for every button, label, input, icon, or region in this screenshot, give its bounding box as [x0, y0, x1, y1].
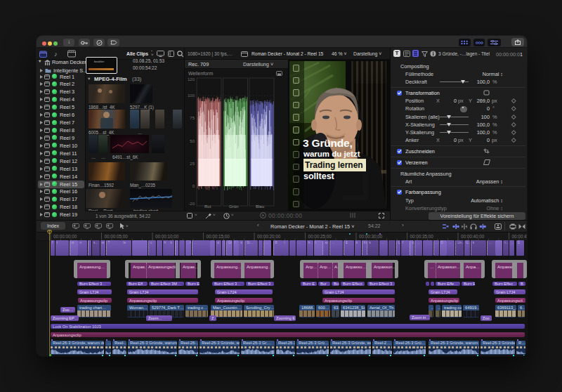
- svg-text:00:00:05:00: 00:00:05:00: [105, 234, 129, 239]
- svg-text:00:00:15:00: 00:00:15:00: [207, 234, 230, 239]
- svg-text:00:00:20:00: 00:00:20:00: [257, 234, 281, 239]
- svg-text:00:00:45:00: 00:00:45:00: [512, 234, 528, 239]
- svg-text:00:00:30:00: 00:00:30:00: [359, 234, 383, 239]
- svg-text:00:00:35:00: 00:00:35:00: [410, 234, 434, 239]
- svg-text:00:00:00:00: 00:00:00:00: [53, 234, 77, 239]
- svg-text:00:00:25:00: 00:00:25:00: [308, 234, 332, 239]
- svg-text:00:00:40:00: 00:00:40:00: [461, 234, 485, 239]
- svg-text:00:00:10:00: 00:00:10:00: [155, 234, 179, 239]
